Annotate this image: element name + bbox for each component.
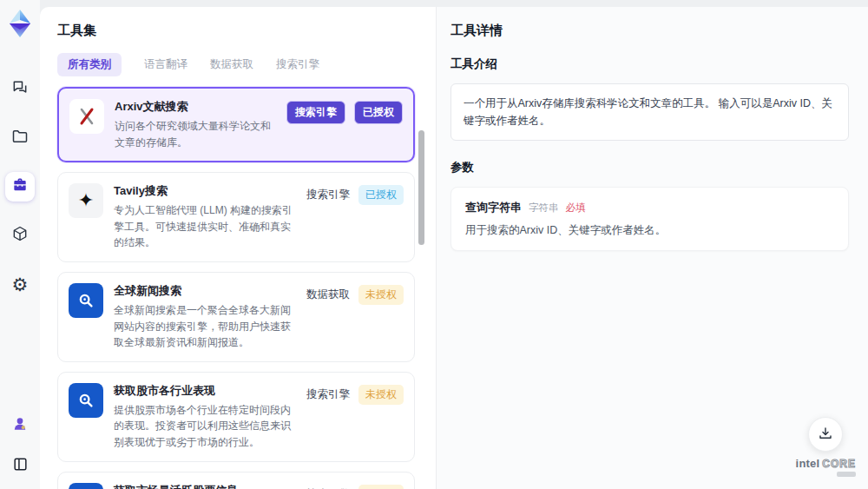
sidebar-item-chat[interactable] <box>5 75 35 104</box>
sidebar: ⚙ <box>0 0 40 489</box>
floating-actions: intel CORE <box>796 417 856 477</box>
sidebar-item-settings[interactable]: ⚙ <box>5 269 35 299</box>
tools-panel: 工具集 所有类别语言翻译数据获取搜索引擎 Arxiv文献搜索访问各个研究领域大量… <box>40 7 437 489</box>
arxiv-icon <box>69 99 104 134</box>
sidebar-item-account[interactable] <box>5 411 35 440</box>
page-title: 工具集 <box>57 23 415 39</box>
sidebar-item-files[interactable] <box>5 123 35 153</box>
search-blue-icon <box>69 383 103 418</box>
param-name: 查询字符串 <box>465 200 522 215</box>
tool-auth-badge: 已授权 <box>358 185 404 205</box>
sidebar-nav: ⚙ <box>5 75 35 299</box>
param-list: 查询字符串字符串必填用于搜索的Arxiv ID、关键字或作者姓名。 <box>450 187 849 251</box>
tool-category-badge: 数据获取 <box>306 287 350 302</box>
collapse-panel-icon <box>12 456 29 476</box>
tool-category-badge: 搜索引擎 <box>286 101 345 124</box>
tool-auth-badge: 已授权 <box>354 101 403 124</box>
cube-icon <box>11 225 29 246</box>
param-required-flag: 必填 <box>566 202 586 215</box>
tool-description: 提供股票市场各个行业在特定时间段内的表现。投资者可以利用这些信息来识别表现优于或… <box>114 402 299 451</box>
param-type: 字符串 <box>529 202 559 215</box>
tool-name: Tavily搜索 <box>114 183 299 199</box>
toolbox-icon <box>11 176 29 197</box>
tool-category-badge: 搜索引擎 <box>306 387 350 402</box>
tool-name: 获取市场最活跃股票信息 <box>114 483 299 489</box>
tool-auth-badge: 未授权 <box>358 485 404 489</box>
sidebar-item-collapse[interactable] <box>5 451 35 480</box>
tool-category-badge: 搜索引擎 <box>306 188 350 202</box>
tab-0[interactable]: 所有类别 <box>57 53 122 76</box>
app-logo <box>5 7 35 40</box>
folder-icon <box>11 128 29 149</box>
tab-3[interactable]: 搜索引擎 <box>276 53 319 76</box>
download-icon <box>818 426 833 444</box>
tool-list: Arxiv文献搜索访问各个研究领域大量科学论文和文章的存储库。搜索引擎已授权✦T… <box>57 87 415 489</box>
detail-title: 工具详情 <box>450 23 849 39</box>
tool-card[interactable]: 全球新闻搜索全球新闻搜索是一个聚合全球各大新闻网站内容的搜索引擎，帮助用户快速获… <box>57 272 415 362</box>
tab-1[interactable]: 语言翻译 <box>144 53 187 76</box>
intel-core-logo: intel CORE <box>796 457 856 477</box>
star-icon: ✦ <box>69 183 103 218</box>
intel-wordmark: intel <box>796 457 820 470</box>
tool-auth-badge: 未授权 <box>358 285 404 305</box>
tool-name: Arxiv文献搜索 <box>115 99 279 115</box>
tool-card[interactable]: Arxiv文献搜索访问各个研究领域大量科学论文和文章的存储库。搜索引擎已授权 <box>57 87 415 162</box>
tool-description: 全球新闻搜索是一个聚合全球各大新闻网站内容的搜索引擎，帮助用户快速获取全球最新资… <box>114 302 299 351</box>
app-window: ⚙ <box>0 0 868 489</box>
tool-intro-text: 一个用于从Arxiv存储库搜索科学论文和文章的工具。 输入可以是Arxiv ID… <box>450 83 849 141</box>
sidebar-item-models[interactable] <box>5 221 35 250</box>
tool-name: 获取股市各行业表现 <box>114 383 299 399</box>
tool-card[interactable]: 获取股市各行业表现提供股票市场各个行业在特定时间段内的表现。投资者可以利用这些信… <box>57 372 415 462</box>
tool-card[interactable]: 获取市场最活跃股票信息提供当天交易量最高的股票列表，投资者可以利用这些信息来识别… <box>57 472 415 489</box>
ultra-chip <box>837 472 856 477</box>
tool-description: 访问各个研究领域大量科学论文和文章的存储库。 <box>115 118 279 150</box>
param-card: 查询字符串字符串必填用于搜索的Arxiv ID、关键字或作者姓名。 <box>450 187 849 251</box>
core-wordmark: CORE <box>822 458 856 470</box>
tool-description: 专为人工智能代理 (LLM) 构建的搜索引擎工具。可快速提供实时、准确和真实的结… <box>114 202 299 251</box>
tool-card[interactable]: ✦Tavily搜索专为人工智能代理 (LLM) 构建的搜索引擎工具。可快速提供实… <box>57 172 415 262</box>
param-description: 用于搜索的Arxiv ID、关键字或作者姓名。 <box>465 223 834 238</box>
intro-heading: 工具介绍 <box>450 56 849 72</box>
chat-icon <box>11 79 29 100</box>
gear-icon: ⚙ <box>12 275 29 294</box>
tool-auth-badge: 未授权 <box>358 385 404 405</box>
avatar-icon <box>11 415 29 436</box>
tab-2[interactable]: 数据获取 <box>210 53 253 76</box>
download-button[interactable] <box>808 417 843 452</box>
search-blue-icon <box>69 483 103 489</box>
tool-name: 全球新闻搜索 <box>114 283 299 299</box>
sidebar-bottom <box>5 411 35 480</box>
sidebar-item-toolbox[interactable] <box>5 172 35 202</box>
category-tabs: 所有类别语言翻译数据获取搜索引擎 <box>57 53 415 76</box>
scrollbar-thumb[interactable] <box>418 130 424 245</box>
search-blue-icon <box>69 283 103 318</box>
params-heading: 参数 <box>450 160 849 175</box>
